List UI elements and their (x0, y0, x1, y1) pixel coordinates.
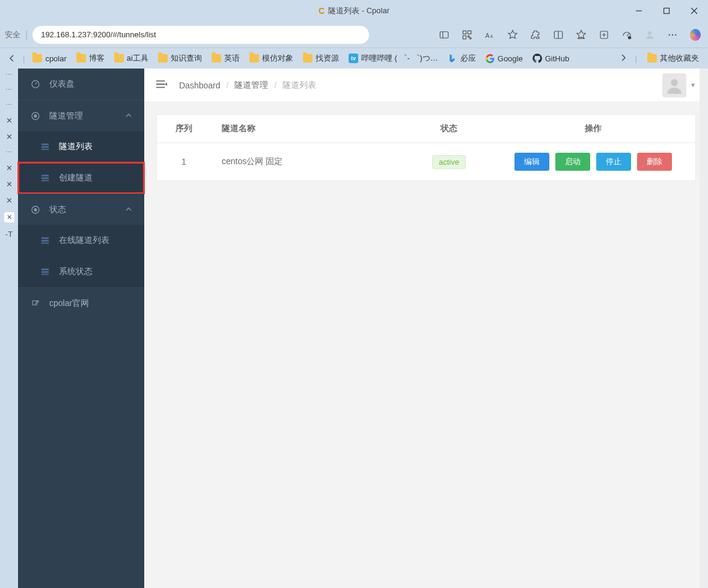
stop-button[interactable]: 停止 (596, 153, 631, 171)
split-icon[interactable] (553, 29, 564, 40)
th-ops: 操作 (491, 115, 695, 143)
gutter-active-tab[interactable]: ✕ (4, 212, 14, 222)
breadcrumb-separator: / (274, 81, 276, 90)
start-button[interactable]: 启动 (555, 153, 590, 171)
bookmark-ai-tools[interactable]: ai工具 (110, 51, 153, 66)
content-body: 序列 隧道名称 状态 操作 1 centos公网 固定 active (144, 102, 708, 193)
text-size-icon[interactable]: AA (484, 29, 495, 40)
sidebar-toggle-icon[interactable] (156, 79, 167, 91)
svg-rect-21 (41, 149, 49, 150)
gutter-dots[interactable]: ⋯ (5, 149, 13, 156)
cell-name: centos公网 固定 (211, 143, 407, 181)
edit-button[interactable]: 编辑 (514, 153, 549, 171)
app-container: 仪表盘 隧道管理 隧道列表 创建隧道 状态 (18, 69, 708, 588)
qr-icon[interactable] (462, 29, 472, 40)
svg-rect-0 (664, 8, 670, 14)
list-icon (41, 174, 50, 182)
gutter-label: -T (5, 230, 13, 239)
bookmark-imitate[interactable]: 模仿对象 (245, 51, 298, 66)
bookmarks-overflow-chevron[interactable] (617, 52, 629, 66)
sidebar-dashboard[interactable]: 仪表盘 (18, 69, 144, 100)
folder-icon (647, 54, 657, 63)
bookmark-bing[interactable]: 必应 (444, 51, 480, 66)
bing-icon (448, 54, 457, 63)
bookmark-english[interactable]: 英语 (207, 51, 244, 66)
svg-rect-30 (41, 269, 49, 271)
sidebar-tunnels-group[interactable]: 隧道管理 (18, 100, 144, 131)
translate-icon[interactable] (439, 29, 450, 40)
github-icon (533, 54, 542, 63)
browser-scrollbar[interactable] (700, 69, 708, 588)
folder-icon (212, 54, 221, 63)
gutter-close-icon[interactable]: ✕ (6, 132, 13, 141)
svg-point-14 (672, 34, 673, 35)
minimize-button[interactable] (625, 0, 653, 22)
browser-tab-gutter: ⋯ ⋯ ⋯ ✕ ✕ ⋯ ✕ ✕ ✕ ✕ -T (0, 69, 18, 588)
sidebar-status-group[interactable]: 状态 (18, 194, 144, 225)
profile-icon[interactable] (644, 29, 655, 40)
list-icon (41, 142, 50, 151)
gutter-close-icon[interactable]: ✕ (6, 164, 13, 173)
bookmark-bilibili[interactable]: tv哔哩哔哩 ( ゜- ゜)つ… (344, 51, 442, 66)
extensions-icon[interactable] (530, 29, 541, 40)
gutter-close-icon[interactable]: ✕ (6, 180, 13, 189)
dashboard-icon (30, 79, 41, 89)
bookmark-resources[interactable]: 找资源 (299, 51, 343, 66)
svg-point-26 (34, 209, 37, 211)
bookmarks-separator: | (23, 54, 25, 63)
bookmark-knowledge[interactable]: 知识查询 (154, 51, 206, 66)
copilot-icon[interactable] (690, 29, 701, 40)
favorites-list-icon[interactable] (576, 29, 587, 40)
svg-rect-29 (41, 243, 49, 244)
gutter-close-icon[interactable]: ✕ (6, 196, 13, 205)
sidebar-status-online[interactable]: 在线隧道列表 (18, 225, 144, 256)
svg-point-15 (675, 34, 676, 35)
gutter-dots[interactable]: ⋯ (5, 101, 13, 109)
svg-point-11 (628, 36, 631, 39)
url-input[interactable]: 192.168.1.237:9200/#/tunnels/list (32, 26, 369, 44)
bookmark-blog[interactable]: 博客 (72, 51, 109, 66)
bookmark-github[interactable]: GitHub (528, 52, 573, 65)
sidebar-status-system[interactable]: 系统状态 (18, 256, 144, 287)
svg-rect-1 (440, 31, 448, 38)
menu-icon[interactable] (667, 29, 678, 40)
th-name: 隧道名称 (211, 115, 407, 143)
nav-back-icon[interactable] (5, 51, 19, 66)
breadcrumb-root[interactable]: Dashboard (179, 81, 221, 90)
sidebar-label: 隧道列表 (59, 141, 93, 152)
maximize-button[interactable] (653, 0, 680, 22)
gutter-close-icon[interactable]: ✕ (6, 116, 13, 125)
cell-status: active (407, 143, 491, 181)
sidebar-label: 在线隧道列表 (59, 235, 109, 246)
svg-rect-19 (41, 144, 49, 145)
bookmark-other[interactable]: 其他收藏夹 (643, 51, 703, 66)
sidebar-official[interactable]: cpolar官网 (18, 287, 144, 319)
svg-text:A: A (490, 34, 493, 38)
svg-rect-28 (41, 240, 49, 242)
svg-rect-5 (468, 35, 469, 37)
url-text: 192.168.1.237:9200/#/tunnels/list (41, 30, 156, 39)
google-icon (486, 54, 495, 63)
gutter-dots[interactable]: ⋯ (5, 71, 13, 79)
avatar (662, 73, 686, 97)
delete-button[interactable]: 删除 (637, 153, 672, 171)
sidebar-label: cpolar官网 (49, 298, 89, 309)
sidebar-label: 系统状态 (59, 266, 93, 277)
favorite-icon[interactable] (507, 29, 518, 40)
sidebar-tunnels-create[interactable]: 创建隧道 (18, 162, 144, 194)
sidebar: 仪表盘 隧道管理 隧道列表 创建隧道 状态 (18, 69, 144, 588)
svg-rect-20 (41, 146, 49, 148)
chevron-up-icon (125, 205, 132, 215)
svg-rect-23 (41, 177, 49, 179)
collections-icon[interactable] (599, 29, 609, 40)
user-menu[interactable]: ▼ (662, 73, 696, 97)
performance-icon[interactable] (621, 29, 632, 40)
sidebar-tunnels-list[interactable]: 隧道列表 (18, 131, 144, 162)
breadcrumb-group[interactable]: 隧道管理 (234, 80, 268, 91)
bookmark-cpolar[interactable]: cpolar (28, 52, 70, 65)
svg-rect-32 (41, 274, 49, 275)
close-button[interactable] (680, 0, 708, 22)
bookmark-google[interactable]: Google (481, 52, 527, 65)
gutter-dots[interactable]: ⋯ (5, 86, 13, 94)
sidebar-label: 隧道管理 (49, 111, 83, 121)
